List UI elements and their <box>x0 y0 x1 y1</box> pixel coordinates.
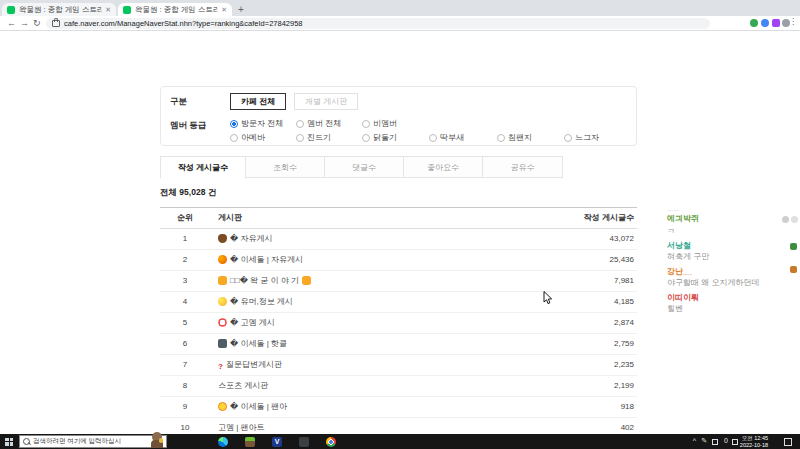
radio-icon <box>296 134 304 142</box>
category-all-button[interactable]: 카페 전체 <box>230 93 286 110</box>
search-placeholder: 검색하려면 여기에 입력하십시 <box>33 437 121 446</box>
radio-label: 닭둘기 <box>373 133 397 142</box>
radio-icon <box>230 134 238 142</box>
extension-icon-green[interactable] <box>750 19 758 27</box>
mascot-accent <box>159 438 163 443</box>
tab-comment-count[interactable]: 댓글수 <box>324 156 404 178</box>
board-icon <box>218 357 223 377</box>
board-icon <box>218 297 227 306</box>
radio-grade-3[interactable]: 닭둘기 <box>362 132 397 143</box>
radio-non-member[interactable]: 비멤버 <box>362 118 397 129</box>
board-cell: � 고멤 게시 <box>218 313 542 333</box>
mouse-cursor <box>543 291 553 305</box>
v-app-icon[interactable]: V <box>272 437 282 447</box>
board-name[interactable]: � 이세돌 | 핫클 <box>230 339 287 348</box>
board-cell: □□� 왁 굳 이 야 기 <box>218 271 542 291</box>
stat-tab-bar: 작성 게시글수 조회수 댓글수 좋아요수 공유수 <box>160 156 563 178</box>
tray-pen-icon[interactable]: ✎ <box>701 437 707 445</box>
radio-label: 멤버 전체 <box>307 119 341 128</box>
naver-cafe-favicon <box>123 6 131 14</box>
url-bar[interactable]: cafe.naver.com/ManageNaverStat.nhn?type=… <box>46 18 710 29</box>
tray-network-icon[interactable] <box>712 439 718 445</box>
back-icon[interactable]: ← <box>7 17 16 30</box>
radio-members-all[interactable]: 멤버 전체 <box>296 118 341 129</box>
radio-icon <box>429 134 437 142</box>
board-name[interactable]: 고멤 | 팬아트 <box>218 423 265 432</box>
radio-label: 진드기 <box>307 133 331 142</box>
radio-grade-6[interactable]: 느그자 <box>564 132 599 143</box>
table-row: 7 질문답변게시판 2,235 <box>160 355 637 376</box>
search-icon <box>23 438 30 445</box>
chat-badge-icon <box>790 243 797 250</box>
search-highlight-mascot[interactable] <box>150 432 164 448</box>
table-row: 9 � 이세돌 | 팬아 918 <box>160 397 637 418</box>
count-header: 작성 게시글수 <box>584 208 634 228</box>
tray-keyboard-icon[interactable] <box>732 439 738 445</box>
new-tab-button[interactable]: + <box>238 4 244 15</box>
radio-grade-1[interactable]: 아메바 <box>230 132 265 143</box>
chrome-app-icon[interactable] <box>326 437 336 447</box>
table-row: 1 � 자유게시 43,072 <box>160 229 637 250</box>
rank-cell: 3 <box>160 271 210 291</box>
edge-app-icon[interactable] <box>218 437 228 447</box>
close-tab-icon[interactable]: ✕ <box>221 6 227 14</box>
table-row: 2 � 이세돌 | 자유게시 25,436 <box>160 250 637 271</box>
url-text: cafe.naver.com/ManageNaverStat.nhn?type=… <box>64 19 303 28</box>
category-individual-button[interactable]: 개별 게시판 <box>294 93 358 110</box>
game-app-icon[interactable] <box>245 437 255 447</box>
tab-share-count[interactable]: 공유수 <box>482 156 563 178</box>
chat-emote-icon <box>791 216 798 223</box>
board-name[interactable]: � 이세돌 | 자유게시 <box>230 255 303 264</box>
radio-label: 방문자 전체 <box>241 119 283 128</box>
board-name[interactable]: □□� 왁 굳 이 야 기 <box>230 276 299 285</box>
tab-post-count[interactable]: 작성 게시글수 <box>160 156 246 179</box>
tab-like-count[interactable]: 좋아요수 <box>403 156 483 178</box>
table-row: 8 스포츠 게시판 2,199 <box>160 376 637 397</box>
tab-view-count[interactable]: 조회수 <box>245 156 325 178</box>
taskbar-clock[interactable]: 오전 12:45 2022-10-18 <box>740 435 768 448</box>
tray-expand-icon[interactable]: ^ <box>693 437 696 444</box>
close-tab-icon[interactable]: ✕ <box>105 6 111 14</box>
browser-tab-2[interactable]: 왁물원 : 종합 게임 스트리머 ✕ <box>118 3 232 16</box>
board-icon <box>218 318 227 327</box>
rank-cell: 5 <box>160 313 210 333</box>
extension-icon-purple[interactable] <box>772 19 780 27</box>
ranking-table: 순위 게시판 작성 게시글수 1 � 자유게시 43,072 2 � 이세돌 |… <box>160 207 637 449</box>
radio-grade-5[interactable]: 침팬지 <box>497 132 532 143</box>
board-name[interactable]: � 이세돌 | 팬아 <box>230 402 287 411</box>
tab-title: 왁물원 : 종합 게임 스트리머 <box>19 5 102 15</box>
board-name[interactable]: � 고멤 게시 <box>230 318 275 327</box>
start-button[interactable] <box>5 438 13 446</box>
radio-icon <box>362 134 370 142</box>
rank-cell: 9 <box>160 397 210 417</box>
extension-icon-blue[interactable] <box>761 19 769 27</box>
notification-center-icon[interactable] <box>784 438 792 446</box>
screen: 왁물원 : 종합 게임 스트리머 ✕ 왁물원 : 종합 게임 스트리머 ✕ + … <box>0 0 800 449</box>
board-name[interactable]: � 유머,정보 게시 <box>230 297 293 306</box>
radio-visitors-all[interactable]: 방문자 전체 <box>230 118 283 129</box>
board-name[interactable]: 질문답변게시판 <box>226 360 282 369</box>
reload-icon[interactable]: ↻ <box>33 17 41 30</box>
board-header: 게시판 <box>218 208 542 228</box>
taskbar-search[interactable]: 검색하려면 여기에 입력하십시 <box>19 435 167 448</box>
count-cell: 2,759 <box>614 334 634 354</box>
cafe-stat-page: 구분 카페 전체 개별 게시판 멤버 등급 방문자 전체 멤버 전체 비멤버 아… <box>0 31 800 434</box>
table-row: 6 � 이세돌 | 핫클 2,759 <box>160 334 637 355</box>
radio-label: 아메바 <box>241 133 265 142</box>
browser-menu-icon[interactable]: ⋮ <box>789 17 797 26</box>
board-icon <box>218 276 227 285</box>
board-name[interactable]: � 자유게시 <box>230 234 272 243</box>
board-icon <box>302 276 311 285</box>
tray-volume-icon[interactable]: 0 <box>724 437 728 444</box>
dark-app-icon[interactable] <box>299 437 309 447</box>
table-row: 4 � 유머,정보 게시 4,185 <box>160 292 637 313</box>
radio-grade-4[interactable]: 딱부새 <box>429 132 464 143</box>
board-name[interactable]: 스포츠 게시판 <box>218 381 268 390</box>
clock-date: 2022-10-18 <box>740 442 768 449</box>
board-cell: 질문답변게시판 <box>218 355 542 377</box>
forward-icon[interactable]: → <box>20 17 29 30</box>
radio-grade-2[interactable]: 진드기 <box>296 132 331 143</box>
radio-icon <box>497 134 505 142</box>
browser-tab-1[interactable]: 왁물원 : 종합 게임 스트리머 ✕ <box>2 3 116 16</box>
radio-label: 느그자 <box>575 133 599 142</box>
